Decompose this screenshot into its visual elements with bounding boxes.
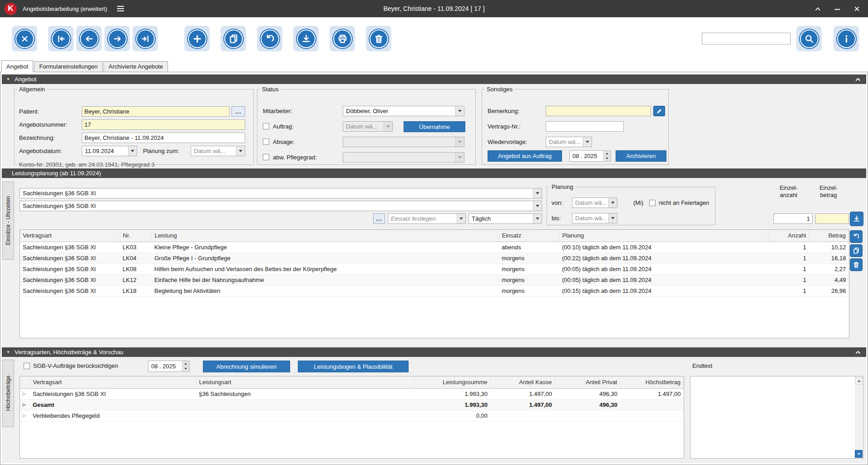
spin-up-button[interactable] [603, 151, 610, 156]
angebotsdatum-select[interactable]: 11.09.2024 [82, 146, 137, 156]
collapse-window-icon[interactable] [814, 5, 822, 13]
absage-select[interactable] [343, 137, 464, 147]
side-tab-hoechstbetraege[interactable]: Höchstbeträge [2, 360, 14, 427]
tab-angebot[interactable]: Angebot [1, 60, 33, 72]
leistung-row[interactable]: Sachleistungen §36 SGB XI LK08 Hilfen be… [20, 263, 849, 274]
col-anzahl[interactable]: Anzahl [768, 230, 809, 242]
search-input[interactable] [702, 33, 791, 45]
new-button[interactable] [184, 26, 210, 51]
row-expander-icon[interactable]: ▷ [23, 402, 26, 407]
vertragsarten-section-header[interactable]: ▼ Vertragsarten, Höchstbeträge & Vorscha… [2, 347, 866, 357]
summen-row[interactable]: ▷ Verbleibendes Pflegegeld 0,00 [20, 410, 684, 421]
frequenz-select[interactable]: Täglich [469, 213, 542, 224]
bemerkung-edit-button[interactable] [653, 106, 665, 116]
einzel-anzahl-input[interactable] [774, 213, 813, 224]
bemerkung-input[interactable] [546, 106, 651, 116]
previous-record-button[interactable] [76, 26, 102, 51]
print-button[interactable] [330, 26, 355, 51]
leistung-row[interactable]: Sachleistungen §36 SGB XI LK12 Einfache … [20, 274, 849, 285]
copy-row-button[interactable] [850, 244, 863, 257]
side-tab-einsaetze-uhrzeiten[interactable]: Einsätze - Uhrzeiten [2, 182, 14, 260]
endtext-textarea[interactable] [690, 376, 863, 459]
col-betrag[interactable]: Betrag [809, 230, 849, 242]
patient-input[interactable] [82, 106, 230, 117]
leistungsbogen-button[interactable]: Leistungsbogen & Plausibilität [298, 361, 409, 372]
col-hoechstbetrag[interactable]: Höchstbetrag [620, 376, 684, 388]
vertragsart-select[interactable]: Sachleistungen §36 SGB XI [20, 201, 542, 211]
col-planung[interactable]: Planung [559, 230, 768, 242]
angebotsnummer-input[interactable] [82, 119, 245, 130]
sonstiges-legend: Sonstiges [485, 86, 514, 93]
mitarbeiter-select[interactable]: Döbbeler, Oliver [343, 106, 464, 116]
pflegegrad-checkbox[interactable] [263, 154, 269, 160]
first-record-button[interactable] [48, 26, 74, 51]
leistung-row[interactable]: Sachleistungen §36 SGB XI LK18 Begleitun… [20, 285, 849, 296]
vertragsnr-input[interactable] [546, 121, 624, 132]
col-anteil-kasse[interactable]: Anteil Kasse [490, 376, 555, 388]
last-record-button[interactable] [133, 26, 158, 51]
angebot-section-header[interactable]: ▼ Angebot [2, 74, 866, 84]
einsatz-select[interactable]: Einsatz festlegen [388, 213, 466, 224]
leistung-row[interactable]: Sachleistungen §36 SGB XI LK03 Kleine Pf… [20, 242, 849, 252]
delete-row-button[interactable] [850, 258, 863, 271]
angebot-aus-auftrag-button[interactable]: Angebot aus Auftrag [488, 150, 562, 162]
patient-lookup-button[interactable]: ... [232, 106, 245, 117]
uebernahme-button[interactable]: Übernahme [404, 121, 465, 132]
copy-button[interactable] [221, 26, 246, 51]
close-button[interactable] [12, 26, 37, 51]
chevron-up-icon[interactable] [854, 349, 862, 356]
col-vertragsart[interactable]: Vertragsart [20, 230, 120, 242]
absage-checkbox[interactable] [263, 139, 269, 145]
archivieren-button[interactable]: Archivieren [616, 150, 666, 162]
close-window-icon[interactable] [853, 5, 861, 13]
planung-zum-select[interactable]: Datum wä... [191, 146, 245, 156]
chevron-up-icon[interactable] [854, 76, 862, 83]
col-leistungssumme[interactable]: Leistungssumme [414, 376, 490, 388]
von-date-select[interactable]: Datum wä... [572, 198, 617, 208]
undo-button[interactable] [257, 26, 282, 51]
summen-row[interactable]: ▷ Sachleistungen §36 SGB XI §36 Sachleis… [20, 388, 684, 399]
download-button[interactable] [293, 26, 319, 51]
bis-date-select[interactable]: Datum wä... [572, 213, 617, 223]
scroll-up-button[interactable] [855, 377, 863, 385]
minimize-icon[interactable] [833, 5, 841, 13]
feiertage-checkbox[interactable] [649, 200, 656, 206]
col-einsatz[interactable]: Einsatz [499, 230, 559, 242]
col-leistung[interactable]: Leistung [152, 230, 499, 242]
apply-leistung-button[interactable] [850, 212, 863, 226]
spin-down-button[interactable] [182, 366, 189, 371]
einzel-betrag-input[interactable] [815, 213, 849, 224]
row-expander-icon[interactable]: ▷ [23, 391, 26, 396]
leistung-lookup-button[interactable]: ... [373, 213, 385, 224]
delete-button[interactable] [366, 26, 391, 51]
pflegegrad-select[interactable] [343, 152, 464, 163]
monat-spinner[interactable]: 08 . 2025 [569, 150, 611, 162]
scroll-down-button[interactable] [855, 450, 863, 458]
abrechnung-monat-spinner[interactable]: 08 . 2025 [148, 361, 190, 372]
leistung-row[interactable]: Sachleistungen §36 SGB XI LK04 Große Pfl… [20, 252, 849, 263]
next-record-button[interactable] [104, 26, 130, 51]
col-vertragsart[interactable]: Vertragsart [30, 376, 196, 388]
search-button[interactable] [796, 26, 822, 51]
auftrag-date-select[interactable]: Datum wä... [343, 121, 393, 132]
row-expander-icon[interactable]: ▷ [23, 413, 26, 418]
undo-row-button[interactable] [850, 230, 863, 243]
sgbv-checkbox[interactable] [24, 363, 30, 369]
tab-archivierte-angebote[interactable]: Archivierte Angebote [104, 61, 168, 72]
info-button[interactable] [833, 26, 859, 51]
menu-icon[interactable] [117, 6, 124, 11]
col-anteil-privat[interactable]: Anteil Privat [555, 376, 620, 388]
leistungsplanung-section-header[interactable]: Leistungsplanung (ab 11.09.2024) [2, 168, 866, 178]
spin-up-button[interactable] [182, 361, 189, 366]
bezeichnung-input[interactable] [82, 133, 245, 143]
auftrag-checkbox[interactable] [263, 123, 269, 129]
abrechnung-simulieren-button[interactable]: Abrechnung simulieren [203, 361, 290, 372]
tab-formulareinstellungen[interactable]: Formulareinstellungen [34, 61, 103, 72]
col-nr[interactable]: Nr. [120, 230, 152, 242]
col-leistungsart[interactable]: Leistungsart [196, 376, 414, 388]
summen-row-gesamt[interactable]: ▷ Gesamt 1.993,30 1.497,00 496,30 [20, 399, 684, 410]
leistungsgruppe-select[interactable]: Sachleistungen §36 SGB XI [20, 188, 542, 198]
spin-down-button[interactable] [603, 156, 610, 161]
wiedervorlage-select[interactable]: Datum wä... [546, 137, 592, 147]
endtext-scrollbar[interactable] [855, 377, 863, 458]
